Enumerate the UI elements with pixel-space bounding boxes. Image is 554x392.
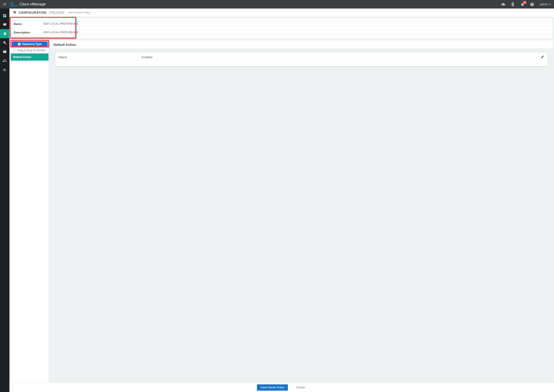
action-value: Enabled	[142, 56, 541, 59]
header-actions: 11 admin	[501, 2, 551, 7]
reorder-icon	[13, 49, 16, 52]
footer: Save Route Policy Cancel	[9, 383, 554, 392]
product-logo: cisco Cisco vManage	[10, 2, 46, 7]
right-panel: Default Action Reject Enabled	[50, 41, 553, 383]
drag-drop-text: Drag & drop to reorder	[17, 49, 45, 52]
sequence-type-button[interactable]: + Sequence Type	[12, 41, 48, 47]
panel-body: Reject Enabled	[50, 48, 553, 383]
panel-title: Default Action	[50, 41, 553, 48]
sequence-panel: + Sequence Type Drag & drop to reorder D…	[11, 41, 48, 383]
user-name: admin	[540, 2, 548, 6]
sequence-type-label: Sequence Type	[22, 42, 42, 46]
plus-icon: +	[18, 43, 21, 46]
action-key: Reject	[59, 56, 142, 59]
sidebar-item-analytics[interactable]	[0, 65, 9, 74]
sidebar-item-tools[interactable]	[0, 38, 9, 47]
name-input[interactable]	[42, 21, 550, 27]
description-input[interactable]	[42, 30, 550, 35]
tasks-icon[interactable]	[511, 2, 515, 7]
notification-badge: 11	[523, 1, 526, 4]
save-button[interactable]: Save Route Policy	[257, 384, 288, 391]
default-action-card: Reject Enabled	[55, 52, 548, 66]
left-sidebar	[0, 8, 9, 392]
help-icon[interactable]	[530, 2, 534, 7]
logo-text: cisco	[10, 4, 17, 7]
chevron-down-icon	[549, 4, 551, 5]
notifications-icon[interactable]: 11	[520, 2, 525, 7]
sidebar-item-configuration[interactable]	[0, 29, 9, 38]
sidebar-item-maintenance[interactable]	[0, 47, 9, 56]
sidebar-item-dashboard[interactable]	[0, 11, 9, 20]
sidebar-item-monitor[interactable]	[0, 20, 9, 29]
sidebar-item-administration[interactable]	[0, 56, 9, 65]
gear-icon	[13, 10, 16, 15]
crumb-separator: |	[47, 11, 49, 14]
crumb-secondary: POLICIES	[50, 11, 64, 14]
cisco-logo-mark: cisco	[10, 2, 17, 7]
product-name: Cisco vManage	[20, 2, 46, 7]
edit-icon[interactable]	[541, 55, 544, 59]
default-action-row: Reject Enabled	[59, 54, 544, 60]
menu-toggle[interactable]	[1, 0, 8, 8]
breadcrumb: CONFIGURATION | POLICIES Add Route Polic…	[9, 8, 554, 17]
crumb-primary: CONFIGURATION	[19, 11, 47, 14]
main-area: CONFIGURATION | POLICIES Add Route Polic…	[9, 8, 554, 392]
app-header: cisco Cisco vManage 11 admin	[0, 0, 554, 8]
user-menu[interactable]: admin	[540, 2, 551, 6]
cancel-button[interactable]: Cancel	[295, 385, 306, 389]
drag-drop-hint: Drag & drop to reorder	[11, 47, 48, 53]
name-label: Name	[14, 22, 40, 26]
content: Name Description + Sequence Type	[9, 17, 554, 383]
cloud-icon[interactable]	[501, 2, 505, 7]
default-action-item[interactable]: Default Action	[11, 53, 48, 61]
description-label: Description	[14, 31, 40, 34]
policy-form: Name Description	[11, 18, 553, 39]
crumb-tertiary: Add Route Policy	[68, 11, 90, 14]
